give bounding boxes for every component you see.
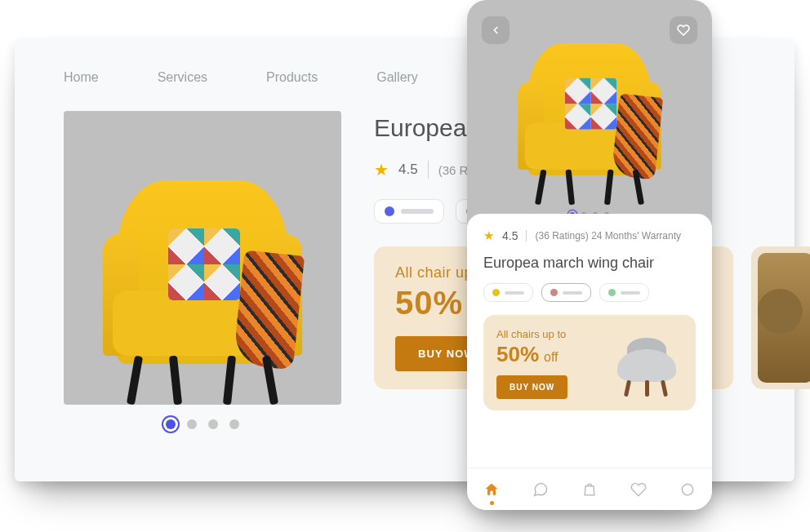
- promo-percent: 50%: [496, 342, 539, 367]
- carousel-dot-4[interactable]: [229, 419, 239, 429]
- mobile-hero: [467, 0, 712, 225]
- mobile-view: ★ 4.5 (36 Ratings) 24 Months' Warranty E…: [467, 0, 712, 510]
- tab-favorites[interactable]: [630, 481, 647, 498]
- swatch-dot-icon: [550, 289, 558, 296]
- star-icon: ★: [483, 228, 494, 243]
- home-icon: [483, 481, 500, 498]
- swatch-dot-icon: [385, 206, 394, 216]
- swatch-rose[interactable]: [541, 283, 591, 302]
- heart-icon: [630, 481, 647, 498]
- nav-products[interactable]: Products: [266, 70, 318, 85]
- swatch-dot-icon: [608, 289, 616, 296]
- promo-chair-image: [609, 331, 683, 397]
- product-image: [64, 111, 341, 405]
- rating-value: 4.5: [502, 229, 518, 242]
- product-title: Europea march wing chair: [483, 255, 696, 272]
- product-image-area: [64, 111, 341, 429]
- circle-icon: [679, 481, 696, 498]
- bottom-tabbar: [467, 468, 712, 510]
- nav-home[interactable]: Home: [64, 70, 99, 85]
- rating-value: 4.5: [398, 162, 418, 178]
- nav-services[interactable]: Services: [158, 70, 207, 85]
- promo-side-image[interactable]: [751, 246, 810, 389]
- carousel-dot-3[interactable]: [208, 419, 218, 429]
- promo-card: All chairs up to 50% off BUY NOW: [483, 315, 696, 410]
- swatch-blue[interactable]: [374, 199, 444, 224]
- back-button[interactable]: [482, 16, 510, 44]
- ratings-warranty: (36 Ratings) 24 Months' Warranty: [535, 230, 681, 242]
- buy-now-button[interactable]: BUY NOW: [496, 375, 567, 399]
- nav-gallery[interactable]: Gallery: [376, 70, 418, 85]
- svg-point-0: [682, 484, 692, 494]
- bag-icon: [581, 481, 598, 498]
- mobile-rating-row: ★ 4.5 (36 Ratings) 24 Months' Warranty: [483, 228, 696, 243]
- favorite-button[interactable]: [670, 16, 697, 44]
- carousel-dot-1[interactable]: [166, 419, 176, 429]
- tab-bag[interactable]: [581, 481, 598, 498]
- carousel-dots: [64, 419, 341, 429]
- tab-profile[interactable]: [679, 481, 696, 498]
- chevron-left-icon: [490, 24, 501, 36]
- swatch-dot-icon: [492, 289, 500, 296]
- tab-home[interactable]: [483, 481, 500, 498]
- tab-chat[interactable]: [532, 481, 549, 498]
- carousel-dot-2[interactable]: [187, 419, 197, 429]
- heart-icon: [677, 24, 690, 37]
- swatch-green[interactable]: [599, 283, 649, 302]
- swatch-yellow[interactable]: [483, 283, 533, 302]
- promo-percent: 50%: [395, 285, 463, 321]
- chair-illustration: [513, 29, 665, 205]
- promo-off: off: [544, 350, 559, 365]
- color-swatches: [483, 283, 696, 302]
- promo-line1: All chairs up to: [496, 328, 601, 340]
- chair-illustration: [96, 160, 309, 405]
- chat-icon: [532, 481, 549, 498]
- star-icon: ★: [374, 160, 389, 180]
